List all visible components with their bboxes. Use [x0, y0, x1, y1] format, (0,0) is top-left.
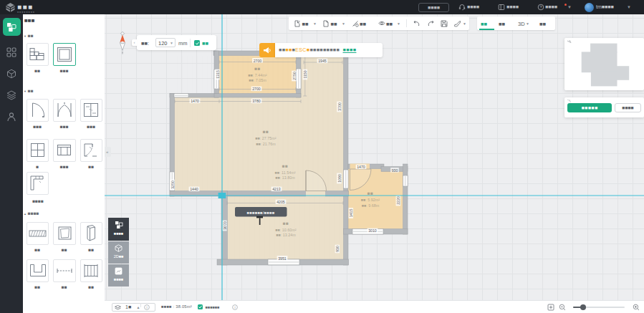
svg-text:3010: 3010	[368, 228, 377, 233]
svg-text:2700: 2700	[254, 59, 262, 63]
svg-text:2750: 2750	[292, 72, 297, 80]
svg-text:3070: 3070	[223, 221, 227, 230]
svg-text:1150: 1150	[303, 70, 307, 78]
svg-text:■■: 13.80m: ■■: 13.80m	[275, 175, 295, 180]
svg-text:■■: 7.05m: ■■: 7.05m	[249, 78, 266, 82]
svg-text:i: i	[146, 305, 147, 309]
svg-text:■■: 21.76m: ■■: 21.76m	[256, 142, 276, 146]
svg-text:1470: 1470	[191, 99, 199, 103]
svg-text:■■: 27.75m²: ■■: 27.75m²	[255, 136, 276, 140]
svg-text:4205: 4205	[277, 200, 285, 204]
svg-text:■■: ■■	[282, 163, 288, 168]
svg-text:■■: 13.24m: ■■: 13.24m	[276, 233, 296, 237]
svg-text:■■: ■■	[367, 191, 373, 196]
svg-text:i: i	[234, 305, 235, 309]
svg-text:1090: 1090	[337, 174, 342, 183]
svg-text:■■: 9.68m: ■■: 9.68m	[362, 203, 380, 208]
svg-text:?: ?	[539, 5, 542, 9]
svg-text:2700: 2700	[252, 87, 261, 91]
svg-text:■■: 7.44m²: ■■: 7.44m²	[248, 73, 266, 77]
svg-text:■■: 10.60m²: ■■: 10.60m²	[275, 228, 296, 232]
svg-text:■■■■■■/■■■■: ■■■■■■/■■■■	[247, 211, 275, 215]
svg-text:1470: 1470	[357, 165, 365, 169]
svg-text:■■: ■■	[283, 221, 289, 226]
svg-text:2220: 2220	[396, 196, 400, 205]
svg-text:■■: ■■	[254, 66, 260, 71]
svg-text:3780: 3780	[252, 99, 261, 103]
svg-text:■■: 5.92m²: ■■: 5.92m²	[361, 198, 380, 202]
svg-text:■■: 11.54m²: ■■: 11.54m²	[275, 170, 296, 175]
svg-text:1945: 1945	[318, 59, 327, 63]
svg-text:4213: 4213	[272, 187, 281, 191]
svg-text:930: 930	[335, 246, 340, 252]
svg-text:1315: 1315	[216, 70, 220, 79]
svg-text:3700: 3700	[337, 102, 342, 111]
svg-text:3951: 3951	[278, 256, 287, 261]
svg-text:3250: 3250	[170, 180, 175, 189]
svg-text:930: 930	[392, 168, 398, 173]
svg-text:1415: 1415	[349, 209, 353, 218]
svg-text:■■: ■■	[263, 129, 269, 134]
svg-text:1440: 1440	[190, 187, 198, 191]
